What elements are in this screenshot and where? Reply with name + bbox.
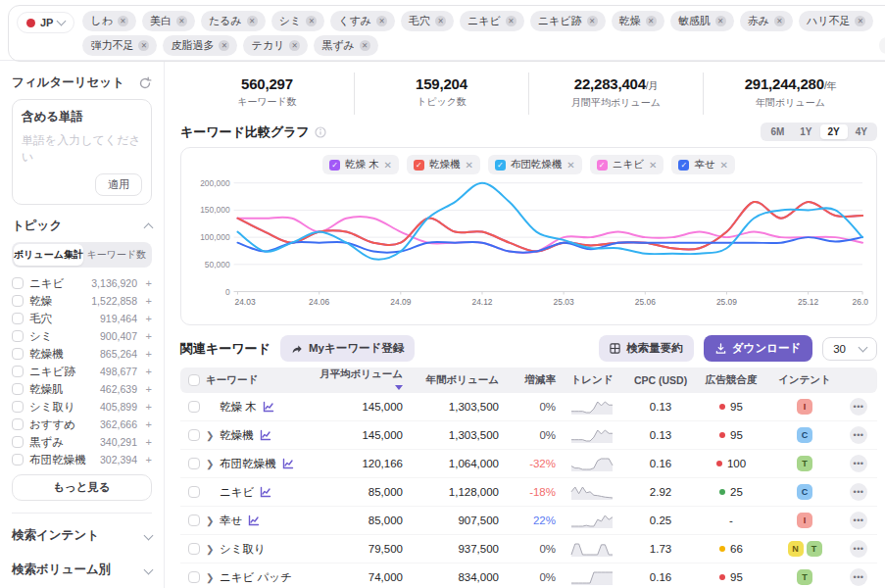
remove-chip-icon[interactable]: ✕ xyxy=(176,16,187,26)
search-volume-summary-button[interactable]: 検索量要約 xyxy=(599,335,694,362)
keyword-chip[interactable]: 敏感肌✕ xyxy=(670,11,734,31)
add-topic-icon[interactable]: + xyxy=(143,383,152,395)
keyword-chip[interactable]: 弾力不足✕ xyxy=(82,35,157,56)
column-header-CPC (USD)[interactable]: CPC (USD) xyxy=(628,374,693,386)
column-header-トレンド[interactable]: トレンド xyxy=(556,373,628,387)
remove-chip-icon[interactable]: ✕ xyxy=(855,16,865,26)
topic-checkbox[interactable] xyxy=(12,454,24,466)
row-checkbox[interactable] xyxy=(188,571,200,583)
remove-chip-icon[interactable]: ✕ xyxy=(376,16,387,26)
chart-line-icon[interactable] xyxy=(282,458,294,469)
keyword-chip[interactable]: 赤み✕ xyxy=(740,11,793,31)
column-header-増減率[interactable]: 増減率 xyxy=(499,373,556,387)
keyword-link[interactable]: ニキビ パッチ xyxy=(220,570,292,585)
legend-chip[interactable]: ✓布団乾燥機✕ xyxy=(488,155,582,174)
add-topic-icon[interactable]: + xyxy=(143,366,152,377)
apply-button[interactable]: 適用 xyxy=(95,173,142,196)
keyword-chip[interactable]: 乾燥✕ xyxy=(612,11,664,31)
select-all-checkbox[interactable] xyxy=(188,374,200,386)
topic-checkbox[interactable] xyxy=(12,436,24,448)
remove-chip-icon[interactable]: ✕ xyxy=(306,16,317,26)
remove-series-icon[interactable]: ✕ xyxy=(649,160,657,171)
keyword-link[interactable]: 幸せ xyxy=(220,514,242,528)
download-button[interactable]: ダウンロード xyxy=(704,335,812,362)
topic-checkbox[interactable] xyxy=(12,313,24,324)
topic-checkbox[interactable] xyxy=(12,418,24,430)
add-topic-icon[interactable]: + xyxy=(143,330,152,342)
remove-series-icon[interactable]: ✕ xyxy=(566,160,574,171)
topic-tab-キーワード数[interactable]: キーワード数 xyxy=(83,244,150,266)
remove-series-icon[interactable]: ✕ xyxy=(720,160,728,171)
include-words-input[interactable]: 単語を入力してください xyxy=(22,132,142,166)
chart-line-icon[interactable] xyxy=(248,514,260,526)
keyword-chip[interactable]: 美白✕ xyxy=(142,11,195,31)
expand-chevron-icon[interactable]: ❯ xyxy=(206,515,214,526)
expand-chevron-icon[interactable]: ❯ xyxy=(206,459,214,469)
keyword-chip[interactable]: たるみ✕ xyxy=(201,11,266,31)
more-options-button[interactable]: ••• xyxy=(850,568,867,586)
legend-chip[interactable]: ✓乾燥機✕ xyxy=(407,155,480,174)
remove-chip-icon[interactable]: ✕ xyxy=(118,16,128,26)
column-header-広告競合度[interactable]: 広告競合度 xyxy=(693,373,769,387)
column-header-キーワード[interactable]: キーワード xyxy=(180,373,317,387)
keyword-chip[interactable]: しわ✕ xyxy=(82,11,136,31)
remove-chip-icon[interactable]: ✕ xyxy=(506,16,516,26)
keyword-link[interactable]: 布団乾燥機 xyxy=(220,457,276,471)
column-header-インテント[interactable]: インテント xyxy=(769,373,840,387)
collapse-icon[interactable] xyxy=(144,222,154,232)
remove-chip-icon[interactable]: ✕ xyxy=(715,16,726,26)
add-topic-icon[interactable]: + xyxy=(143,401,152,413)
column-header-年間ボリューム[interactable]: 年間ボリューム xyxy=(403,373,499,387)
remove-chip-icon[interactable]: ✕ xyxy=(587,16,598,26)
reset-icon[interactable] xyxy=(138,76,152,90)
more-options-button[interactable]: ••• xyxy=(850,426,867,444)
expand-chevron-icon[interactable]: ❯ xyxy=(206,544,214,555)
chart-line-icon[interactable] xyxy=(260,486,271,498)
remove-chip-icon[interactable]: ✕ xyxy=(435,16,446,26)
topic-checkbox[interactable] xyxy=(12,330,24,342)
row-checkbox[interactable] xyxy=(188,401,200,413)
keyword-chip[interactable]: 皮脂過多✕ xyxy=(163,35,237,56)
topic-checkbox[interactable] xyxy=(12,295,24,307)
keyword-chip[interactable]: くすみ✕ xyxy=(330,11,395,31)
more-options-button[interactable]: ••• xyxy=(850,455,867,472)
row-checkbox[interactable] xyxy=(188,543,200,555)
keyword-link[interactable]: シミ取り xyxy=(220,542,266,557)
keyword-chip[interactable]: ニキビ✕ xyxy=(460,11,524,31)
topic-checkbox[interactable] xyxy=(12,383,24,395)
remove-series-icon[interactable]: ✕ xyxy=(465,160,472,171)
more-options-button[interactable]: ••• xyxy=(850,540,867,558)
country-selector[interactable]: JP xyxy=(17,12,74,33)
remove-chip-icon[interactable]: ✕ xyxy=(219,40,229,51)
keyword-chip[interactable]: テカリ✕ xyxy=(243,35,308,56)
expand-chevron-icon[interactable]: ❯ xyxy=(206,572,214,583)
legend-chip[interactable]: ✓ニキビ✕ xyxy=(590,155,664,174)
topic-tab-ボリューム集計[interactable]: ボリューム集計 xyxy=(14,244,83,266)
add-topic-icon[interactable]: + xyxy=(143,313,152,324)
sidebar-section-検索インテント[interactable]: 検索インテント xyxy=(12,527,152,544)
remove-chip-icon[interactable]: ✕ xyxy=(138,40,149,51)
add-topic-icon[interactable]: + xyxy=(143,277,152,289)
column-header-月平均ボリューム[interactable]: 月平均ボリューム xyxy=(317,368,403,393)
topic-checkbox[interactable] xyxy=(12,348,24,360)
add-topic-icon[interactable]: + xyxy=(143,348,152,360)
topic-checkbox[interactable] xyxy=(12,366,24,377)
more-options-button[interactable]: ••• xyxy=(850,483,867,501)
more-options-button[interactable]: ••• xyxy=(850,398,867,416)
legend-chip[interactable]: ✓幸せ✕ xyxy=(671,155,735,174)
remove-chip-icon[interactable]: ✕ xyxy=(289,40,300,51)
keyword-link[interactable]: ニキビ xyxy=(220,485,254,500)
keyword-chip[interactable]: 毛穴✕ xyxy=(401,11,454,31)
range-button-4Y[interactable]: 4Y xyxy=(848,124,875,139)
range-button-6M[interactable]: 6M xyxy=(762,124,792,139)
my-keyword-register-button[interactable]: Myキーワード登録 xyxy=(280,335,415,362)
chart-line-icon[interactable] xyxy=(263,401,274,413)
more-options-button[interactable]: ••• xyxy=(850,512,867,529)
keyword-chip[interactable]: 黒ずみ✕ xyxy=(314,35,378,56)
row-checkbox[interactable] xyxy=(188,486,200,498)
remove-series-icon[interactable]: ✕ xyxy=(383,160,391,171)
chart-line-icon[interactable] xyxy=(260,429,271,441)
range-button-1Y[interactable]: 1Y xyxy=(792,124,819,139)
row-checkbox[interactable] xyxy=(188,429,200,441)
show-more-button[interactable]: もっと見る xyxy=(12,474,152,501)
